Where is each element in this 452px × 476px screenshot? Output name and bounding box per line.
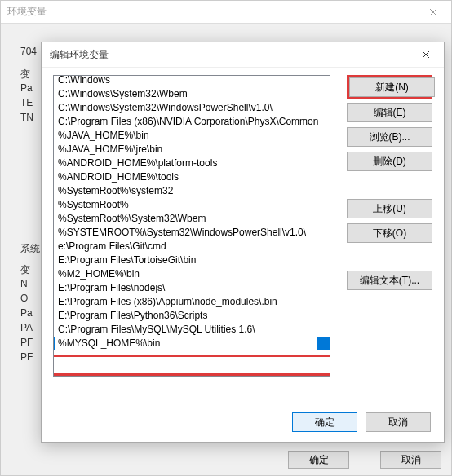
outer-cancel-button[interactable]: 取消 <box>380 451 441 469</box>
frag: Pa <box>20 82 43 95</box>
frag: TE <box>20 97 43 110</box>
dialog-title-bar: 编辑环境变量 <box>42 42 444 68</box>
frag: PF <box>20 351 43 364</box>
dialog-body: C:\WindowsC:\Windows\System32\WbemC:\Win… <box>53 75 432 405</box>
browse-button[interactable]: 浏览(B)... <box>347 127 432 147</box>
path-entry[interactable]: C:\Windows <box>54 75 330 87</box>
path-entry[interactable]: %SystemRoot%\system32 <box>54 184 330 198</box>
frag: Pa <box>20 307 43 320</box>
path-entry[interactable]: %ANDROID_HOME%\tools <box>54 170 330 184</box>
highlight-editing-row <box>53 355 330 376</box>
outer-system-label: 系统 <box>20 242 40 256</box>
frag: PF <box>20 337 43 350</box>
path-entry[interactable]: %SYSTEMROOT%\System32\WindowsPowerShell\… <box>54 226 330 240</box>
outer-button-row: 确定 取消 <box>288 451 441 469</box>
dialog-close-button[interactable] <box>407 42 444 67</box>
dialog-title: 编辑环境变量 <box>50 48 109 62</box>
highlight-new-button: 新建(N) <box>347 75 432 99</box>
outer-title-bar: 环境变量 <box>1 1 451 24</box>
edit-button[interactable]: 编辑(E) <box>347 103 432 122</box>
edit-env-var-dialog: 编辑环境变量 C:\WindowsC:\Windows\System32\Wbe… <box>41 42 445 443</box>
move-up-button[interactable]: 上移(U) <box>347 199 432 218</box>
path-entry[interactable]: %ANDROID_HOME%\platform-tools <box>54 156 330 170</box>
path-entry-editing[interactable] <box>54 337 330 350</box>
outer-user-rows: Pa TE TN <box>20 82 43 126</box>
dialog-button-row: 确定 取消 <box>292 412 431 432</box>
frag: N <box>20 278 43 291</box>
outer-title: 环境变量 <box>7 5 47 19</box>
side-buttons: 新建(N) 编辑(E) 浏览(B)... 删除(D) 上移(U) 下移(O) 编… <box>347 75 432 295</box>
path-entry[interactable]: %M2_HOME%\bin <box>54 267 330 281</box>
delete-button[interactable]: 删除(D) <box>347 152 432 171</box>
edit-text-button[interactable]: 编辑文本(T)... <box>347 271 432 290</box>
new-button[interactable]: 新建(N) <box>349 77 435 97</box>
path-entry[interactable]: E:\Program Files\TortoiseGit\bin <box>54 253 330 267</box>
path-entry[interactable]: E:\Program Files\nodejs\ <box>54 281 330 295</box>
outer-sys-rows: 变 N O Pa PA PF PF <box>20 263 43 366</box>
path-entry[interactable]: %JAVA_HOME%\jre\bin <box>54 143 330 156</box>
path-entry[interactable]: %SystemRoot%\System32\Wbem <box>54 212 330 226</box>
path-edit-input[interactable] <box>55 337 317 350</box>
path-listbox[interactable]: C:\WindowsC:\Windows\System32\WbemC:\Win… <box>53 75 330 377</box>
outer-close-button[interactable] <box>414 1 451 24</box>
path-entry[interactable]: C:\Windows\System32\WindowsPowerShell\v1… <box>54 101 330 115</box>
frag: TN <box>20 112 43 125</box>
dialog-ok-button[interactable]: 确定 <box>292 412 357 432</box>
move-down-button[interactable]: 下移(O) <box>347 223 432 243</box>
path-entry[interactable]: C:\Program Files (x86)\NVIDIA Corporatio… <box>54 115 330 129</box>
outer-var-header: 变 <box>20 68 30 82</box>
path-entry[interactable]: E:\Program Files (x86)\Appium\node_modul… <box>54 295 330 309</box>
path-entry[interactable]: E:\Program Files\Python36\Scripts <box>54 309 330 323</box>
path-entry[interactable]: %SystemRoot% <box>54 198 330 212</box>
path-entry[interactable]: e:\Program Files\Git\cmd <box>54 240 330 253</box>
dialog-cancel-button[interactable]: 取消 <box>366 412 431 432</box>
outer-ok-button[interactable]: 确定 <box>288 451 349 469</box>
frag: O <box>20 293 43 306</box>
frag: PA <box>20 322 43 335</box>
path-entry[interactable]: C:\Windows\System32\Wbem <box>54 87 330 101</box>
frag: 变 <box>20 263 43 276</box>
path-entry[interactable]: %JAVA_HOME%\bin <box>54 129 330 143</box>
path-entry[interactable]: C:\Program Files\MySQL\MySQL Utilities 1… <box>54 323 330 337</box>
outer-num-fragment: 704 <box>20 46 37 57</box>
